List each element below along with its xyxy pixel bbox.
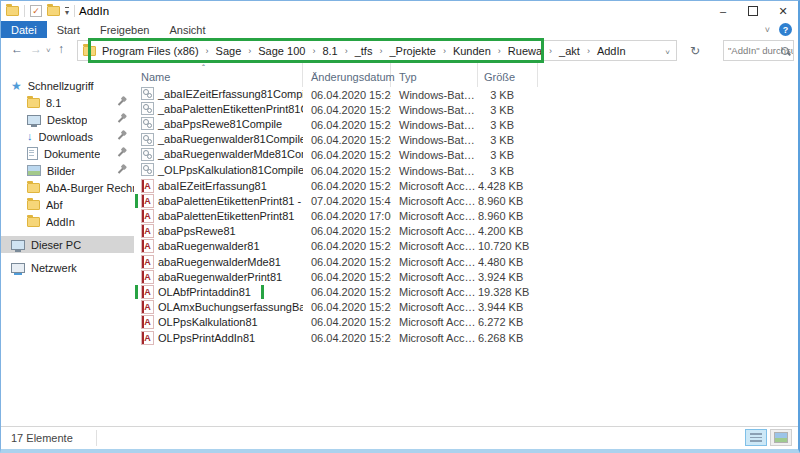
ribbon-right: ˅ ?	[765, 21, 792, 38]
sidebar-item-aba-burger-rechnu-[interactable]: AbA-Burger Rechnu...	[1, 179, 134, 196]
sidebar-item-desktop[interactable]: Desktop	[1, 111, 134, 128]
expand-ribbon-icon[interactable]: ˅	[765, 25, 770, 35]
navigation-pane: ★Schnellzugriff8.1Desktop↓DownloadsDokum…	[1, 63, 134, 426]
table-row[interactable]: AOLPpsKalkulation8106.04.2020 15:24Micro…	[134, 315, 798, 330]
table-row[interactable]: AabaPalettenEtikettenPrint8106.04.2020 1…	[134, 209, 798, 224]
file-type: Microsoft Access ...	[391, 301, 478, 313]
sidebar-item-label: Dokumente	[44, 148, 100, 160]
file-date: 06.04.2020 15:24	[303, 149, 391, 161]
file-name-wrap: AabaPpsRewe81	[139, 224, 244, 238]
file-name-cell: _abaIEZeitErfassung81Compile	[134, 87, 303, 102]
sidebar-item-label: AddIn	[46, 216, 75, 228]
breadcrumb-item[interactable]: _tfs	[355, 45, 373, 57]
new-folder-icon[interactable]	[47, 6, 60, 16]
file-date: 06.04.2020 17:06	[303, 210, 391, 222]
table-row[interactable]: AabaIEZeitErfassung8106.04.2020 15:24Mic…	[134, 178, 798, 193]
table-row[interactable]: AabaPalettenEtikettenPrint81 - Kopie07.0…	[134, 193, 798, 208]
sidebar-item-8-1[interactable]: 8.1	[1, 94, 134, 111]
file-date: 06.04.2020 15:24	[303, 119, 391, 131]
sidebar-item-addin[interactable]: AddIn	[1, 213, 134, 230]
table-row[interactable]: AabaRuegenwalder8106.04.2020 15:24Micros…	[134, 239, 798, 254]
file-date: 06.04.2020 15:24	[303, 271, 391, 283]
table-row[interactable]: _abaIEZeitErfassung81Compile06.04.2020 1…	[134, 87, 798, 102]
breadcrumb-item[interactable]: Sage 100	[258, 45, 305, 57]
file-type: Microsoft Access ...	[391, 332, 478, 344]
file-date: 06.04.2020 15:24	[303, 332, 391, 344]
pin-icon	[118, 99, 124, 105]
titlebar: ✓ ▾ AddIn – ✕	[1, 1, 798, 21]
details-view-button[interactable]	[745, 429, 767, 446]
file-type: Microsoft Access ...	[391, 316, 478, 328]
tab-start[interactable]: Start	[47, 21, 90, 38]
file-date: 06.04.2020 15:24	[303, 301, 391, 313]
sidebar-item-dokumente[interactable]: Dokumente	[1, 145, 134, 162]
breadcrumb-item[interactable]: Sage	[216, 45, 242, 57]
sidebar-item-dieser-pc[interactable]: Dieser PC	[1, 236, 134, 253]
file-date: 06.04.2020 15:24	[303, 240, 391, 252]
address-dropdown-icon[interactable]: ˅	[665, 48, 670, 57]
table-row[interactable]: AabaPpsRewe8106.04.2020 15:24Microsoft A…	[134, 224, 798, 239]
table-row[interactable]: AOLPpsPrintAddIn8106.04.2020 15:24Micros…	[134, 330, 798, 345]
forward-icon[interactable]: →	[30, 42, 42, 56]
sidebar-item-netzwerk[interactable]: Netzwerk	[1, 259, 134, 276]
breadcrumb-item[interactable]: 8.1	[322, 45, 337, 57]
file-type: Microsoft Access ...	[391, 225, 478, 237]
refresh-button[interactable]: ↻	[683, 40, 707, 61]
column-header-type[interactable]: Typ	[391, 63, 478, 87]
table-row[interactable]: _abaRuegenwalder81Compile06.04.2020 15:2…	[134, 133, 798, 148]
sidebar-item-bilder[interactable]: Bilder	[1, 162, 134, 179]
file-name-wrap: AabaPalettenEtikettenPrint81 - Kopie	[135, 194, 303, 208]
file-size: 3 KB	[478, 149, 538, 161]
column-header-name[interactable]: Name	[134, 63, 303, 87]
properties-check-icon[interactable]: ✓	[30, 5, 42, 17]
tab-datei[interactable]: Datei	[1, 21, 47, 38]
up-icon[interactable]: ↑	[58, 42, 64, 56]
file-name-cell: AabaRuegenwalder81	[134, 239, 303, 253]
file-name-wrap: _abaIEZeitErfassung81Compile	[139, 87, 303, 100]
file-name-cell: _abaRuegenwalderMde81Compile	[134, 148, 303, 163]
breadcrumb-item[interactable]: AddIn	[597, 45, 626, 57]
address-field[interactable]: Program Files (x86)›Sage›Sage 100›8.1›_t…	[77, 40, 677, 61]
table-row[interactable]: _abaPpsRewe81Compile06.04.2020 15:24Wind…	[134, 117, 798, 132]
large-icons-view-button[interactable]	[770, 429, 792, 446]
column-header-date[interactable]: Änderungsdatum	[303, 63, 391, 87]
column-header-size[interactable]: Größe	[478, 63, 538, 87]
help-icon[interactable]: ?	[779, 23, 792, 36]
breadcrumb-item[interactable]: Kunden	[453, 45, 491, 57]
sidebar-item-schnellzugriff[interactable]: ★Schnellzugriff	[1, 77, 134, 94]
breadcrumb-item[interactable]: _akt	[559, 45, 580, 57]
tab-freigeben[interactable]: Freigeben	[90, 21, 160, 38]
table-row[interactable]: _OLPpsKalkulation81Compile06.04.2020 15:…	[134, 163, 798, 178]
file-name-wrap: _OLPpsKalkulation81Compile	[139, 163, 303, 176]
table-row[interactable]: AOLAbfPrintaddin8106.04.2020 15:24Micros…	[134, 284, 798, 299]
customize-qat-arrow-icon[interactable]: ▾	[65, 7, 69, 16]
sidebar-item-label: Netzwerk	[31, 262, 77, 274]
folder-icon	[27, 217, 40, 227]
close-button[interactable]: ✕	[768, 1, 798, 21]
file-name-cell: _abaPpsRewe81Compile	[134, 117, 303, 132]
minimize-button[interactable]: –	[708, 1, 738, 21]
sidebar-item-downloads[interactable]: ↓Downloads	[1, 128, 134, 145]
net-icon	[11, 263, 25, 273]
table-row[interactable]: AabaRuegenwalderMde8106.04.2020 15:24Mic…	[134, 254, 798, 269]
table-row[interactable]: AabaRuegenwalderPrint8106.04.2020 15:24M…	[134, 269, 798, 284]
recent-locations-icon[interactable]: ˅	[46, 46, 51, 55]
table-row[interactable]: _abaRuegenwalderMde81Compile06.04.2020 1…	[134, 148, 798, 163]
view-buttons	[745, 429, 792, 446]
tab-ansicht[interactable]: Ansicht	[159, 21, 215, 38]
file-name-wrap: _abaPpsRewe81Compile	[139, 117, 290, 130]
file-name: OLPpsPrintAddIn81	[158, 332, 255, 344]
breadcrumb-item[interactable]: Ruewa	[508, 45, 542, 57]
table-row[interactable]: _abaPalettenEtikettenPrint81Comile06.04.…	[134, 102, 798, 117]
breadcrumb-item[interactable]: Program Files (x86)	[102, 45, 199, 57]
file-name: abaIEZeitErfassung81	[158, 180, 267, 192]
file-name: abaRuegenwalderPrint81	[158, 271, 282, 283]
maximize-button[interactable]	[738, 1, 768, 21]
sidebar-item-abf[interactable]: Abf	[1, 196, 134, 213]
back-icon[interactable]: ←	[11, 42, 23, 56]
file-name-wrap: AOLPpsKalkulation81	[139, 315, 266, 329]
table-row[interactable]: AOLAmxBuchungserfassungBarcode8106.04.20…	[134, 300, 798, 315]
breadcrumb-item[interactable]: _Projekte	[389, 45, 435, 57]
file-name-wrap: AabaRuegenwalderPrint81	[139, 270, 290, 284]
search-input[interactable]: "AddIn" durchsuchen	[723, 40, 794, 61]
